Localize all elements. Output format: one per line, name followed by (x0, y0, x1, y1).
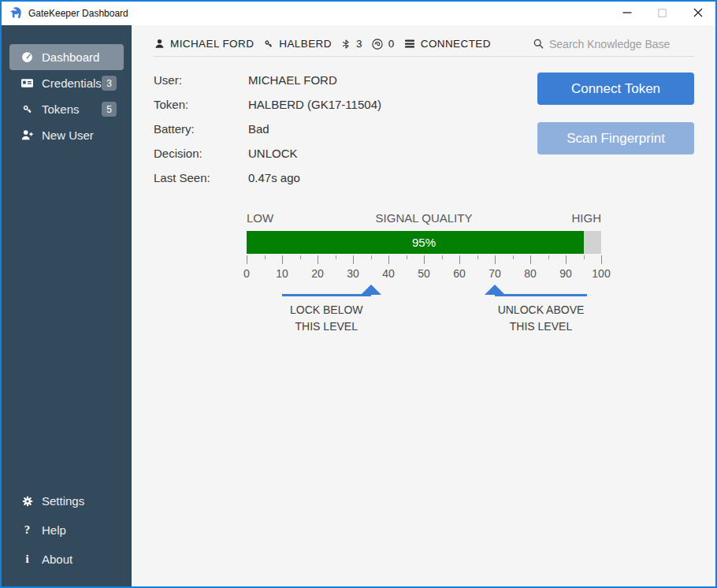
sidebar-item-label: Settings (42, 494, 84, 508)
person-icon (154, 38, 165, 50)
detail-row-last-seen: Last Seen: 0.47s ago (154, 166, 537, 190)
fingerprint-count: 0 (388, 38, 395, 50)
scale-tick (530, 255, 531, 264)
scale-tick (442, 255, 443, 259)
gear-icon (20, 495, 35, 508)
detail-row-decision: Decision: UNLOCK (154, 141, 537, 166)
detail-row-battery: Battery: Bad (154, 117, 537, 141)
gatekeeper-helmet-icon (9, 6, 23, 20)
sidebar-item-settings[interactable]: Settings (9, 486, 124, 515)
scale-tick (459, 255, 460, 264)
scale-tick-label: 80 (524, 267, 537, 280)
question-mark-icon: ? (20, 523, 35, 537)
scan-fingerprint-button[interactable]: Scan Fingerprint (537, 122, 694, 154)
detail-row-user: User: MICHAEL FORD (154, 68, 537, 92)
scale-tick (371, 255, 372, 259)
connection-state: CONNECTED (421, 38, 491, 50)
lock-threshold-marker[interactable] (361, 285, 381, 295)
scale-tick (513, 255, 514, 259)
scale-tick-label: 30 (347, 267, 359, 280)
scale-tick (265, 255, 266, 259)
scale-tick (407, 255, 407, 259)
sidebar-item-label: Credentials (42, 76, 102, 90)
sidebar-item-label: Dashboard (42, 50, 99, 64)
search-input[interactable] (549, 38, 691, 50)
unlock-threshold-line (495, 294, 587, 296)
sidebar: Dashboard Credentials 3 Tokens 5 (2, 25, 132, 586)
sidebar-item-label: Tokens (42, 102, 80, 116)
maximize-button[interactable] (645, 2, 680, 25)
maximize-icon (658, 8, 667, 20)
scale-tick-label: 100 (592, 267, 610, 280)
field-value: 0.47s ago (248, 171, 300, 184)
scale-tick-label: 90 (559, 267, 572, 280)
scale-tick (548, 255, 549, 259)
unlock-threshold-marker[interactable] (485, 285, 505, 295)
signal-bar: 95% (247, 231, 601, 254)
credentials-count-badge: 3 (102, 76, 117, 91)
signal-header: LOW SIGNAL QUALITY HIGH (247, 211, 601, 227)
field-label: Token: (154, 98, 248, 111)
app-window: GateKeeper Dashboard (0, 0, 717, 588)
id-card-icon (20, 76, 35, 90)
signal-scale-labels: 0102030405060708090100 (247, 267, 601, 281)
bluetooth-count: 3 (356, 38, 362, 50)
tokens-count-badge: 5 (102, 102, 117, 117)
detail-fields: User: MICHAEL FORD Token: HALBERD (GK17-… (154, 68, 537, 190)
status-user-name: MICHAEL FORD (170, 38, 254, 50)
scale-tick (300, 255, 301, 259)
field-label: User: (154, 73, 248, 87)
scale-tick (247, 255, 247, 264)
lock-threshold-label: LOCK BELOW THIS LEVEL (290, 302, 363, 335)
server-stack-icon (403, 38, 416, 50)
scale-tick-label: 50 (418, 267, 430, 280)
sidebar-item-help[interactable]: ? Help (9, 515, 124, 545)
sidebar-item-label: Help (42, 523, 66, 537)
main-panel: MICHAEL FORD HALBERD 3 (132, 25, 715, 586)
field-value: UNLOCK (248, 147, 298, 160)
sidebar-item-label: About (42, 553, 72, 566)
key-icon (20, 102, 35, 116)
sidebar-item-credentials[interactable]: Credentials 3 (9, 70, 124, 96)
user-status: MICHAEL FORD (154, 38, 254, 50)
bluetooth-status: 3 (340, 38, 362, 50)
scale-tick-label: 40 (382, 267, 395, 280)
sidebar-footer: Settings ? Help i About (2, 486, 132, 586)
signal-value-label: 95% (247, 231, 601, 254)
scale-tick-label: 0 (243, 267, 250, 280)
close-icon (693, 8, 703, 20)
scale-tick (566, 255, 567, 264)
signal-title: SIGNAL QUALITY (376, 211, 473, 225)
window-controls (609, 2, 715, 25)
signal-quality-section: LOW SIGNAL QUALITY HIGH 95% 010203040506… (247, 211, 601, 350)
minimize-button[interactable] (609, 2, 645, 25)
scale-tick (282, 255, 283, 264)
connection-status: CONNECTED (403, 38, 491, 50)
scale-tick (318, 255, 318, 264)
scale-tick-label: 20 (311, 267, 324, 280)
scale-tick (477, 255, 478, 259)
scale-tick (601, 255, 602, 264)
lock-threshold-line (282, 294, 371, 296)
close-button[interactable] (680, 2, 715, 25)
field-label: Last Seen: (154, 171, 248, 184)
scale-tick-label: 70 (489, 267, 501, 280)
search-icon (533, 38, 544, 50)
minimize-icon (622, 8, 632, 20)
threshold-sliders: LOCK BELOW THIS LEVEL UNLOCK ABOVE THIS … (247, 284, 601, 350)
scale-tick-label: 10 (276, 267, 288, 280)
field-label: Battery: (154, 122, 248, 136)
connect-token-button[interactable]: Connect Token (537, 73, 694, 105)
action-buttons: Connect Token Scan Fingerprint (537, 73, 694, 190)
sidebar-item-new-user[interactable]: New User (9, 122, 124, 148)
signal-high-label: HIGH (572, 211, 602, 227)
bluetooth-icon (340, 38, 351, 50)
token-status: HALBERD (262, 38, 332, 50)
sidebar-item-tokens[interactable]: Tokens 5 (9, 96, 124, 122)
status-bar: MICHAEL FORD HALBERD 3 (154, 32, 694, 57)
scale-tick (495, 255, 496, 264)
sidebar-item-about[interactable]: i About (9, 545, 124, 574)
scale-tick (584, 255, 585, 259)
sidebar-item-dashboard[interactable]: Dashboard (9, 44, 124, 70)
search-box (533, 38, 694, 50)
